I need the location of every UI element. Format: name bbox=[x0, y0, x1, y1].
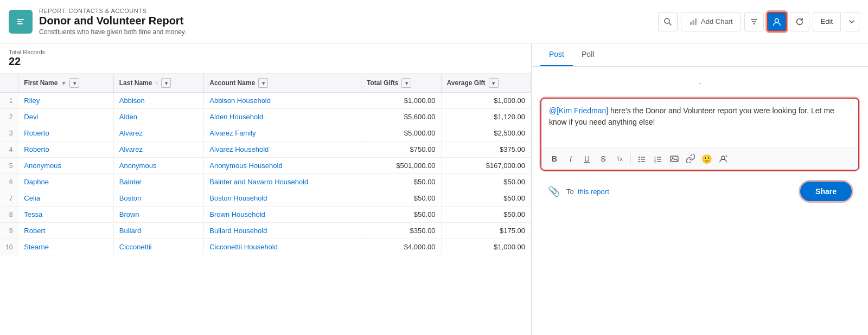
last-name-cell[interactable]: Cicconettii bbox=[113, 239, 203, 255]
svg-rect-2 bbox=[17, 21, 22, 22]
svg-point-15 bbox=[639, 159, 640, 160]
first-name-cell[interactable]: Robert bbox=[18, 223, 113, 239]
ordered-list-button[interactable]: 1.2.3. bbox=[650, 151, 666, 166]
account-name-cell[interactable]: Cicconettii Household bbox=[204, 239, 361, 255]
chatter-share-button[interactable] bbox=[767, 12, 787, 31]
last-name-sort-icon[interactable]: ↑ bbox=[155, 80, 158, 86]
account-name-cell[interactable]: Alvarez Family bbox=[204, 125, 361, 141]
total-gifts-filter-btn[interactable]: ▾ bbox=[401, 78, 411, 88]
underline-button[interactable]: U bbox=[579, 151, 595, 166]
account-name-cell[interactable]: Brown Household bbox=[204, 207, 361, 223]
total-gifts-cell: $50.00 bbox=[361, 190, 442, 207]
total-gifts-cell: $501,000.00 bbox=[361, 158, 442, 174]
main-content: Total Records 22 First Name ▼ ▾ bbox=[0, 43, 868, 335]
post-editor[interactable]: @[Kim Friedman] here's the Donor and Vol… bbox=[540, 98, 859, 171]
col-average-gift[interactable]: Average Gift ▾ bbox=[441, 74, 531, 93]
refresh-button[interactable] bbox=[790, 12, 809, 31]
row-num: 6 bbox=[0, 174, 18, 190]
italic-button[interactable]: I bbox=[563, 151, 578, 166]
add-chart-button[interactable]: Add Chart bbox=[681, 12, 741, 31]
total-gifts-cell: $5,000.00 bbox=[361, 125, 442, 141]
average-gift-cell: $1,000.00 bbox=[441, 93, 531, 109]
last-name-cell[interactable]: Boston bbox=[113, 190, 203, 207]
account-name-cell[interactable]: Boston Household bbox=[204, 190, 361, 207]
average-gift-cell: $2,500.00 bbox=[441, 125, 531, 141]
total-gifts-cell: $750.00 bbox=[361, 141, 442, 158]
post-editor-text[interactable]: @[Kim Friedman] here's the Donor and Vol… bbox=[541, 99, 858, 147]
col-account-name[interactable]: Account Name ▾ bbox=[204, 74, 361, 93]
first-name-sort-icon[interactable]: ▼ bbox=[61, 80, 66, 86]
image-button[interactable] bbox=[667, 151, 682, 166]
tab-post[interactable]: Post bbox=[540, 43, 573, 66]
account-name-cell[interactable]: Bullard Household bbox=[204, 223, 361, 239]
total-gifts-cell: $5,600.00 bbox=[361, 109, 442, 125]
edit-button[interactable]: Edit bbox=[813, 12, 841, 31]
col-total-gifts[interactable]: Total Gifts ▾ bbox=[361, 74, 442, 93]
row-num: 4 bbox=[0, 141, 18, 158]
last-name-cell[interactable]: Abbison bbox=[113, 93, 203, 109]
first-name-filter-btn[interactable]: ▾ bbox=[69, 78, 79, 88]
first-name-cell[interactable]: Tessa bbox=[18, 207, 113, 223]
svg-rect-7 bbox=[693, 20, 694, 25]
tab-poll[interactable]: Poll bbox=[573, 43, 603, 66]
account-name-cell[interactable]: Bainter and Navarro Household bbox=[204, 174, 361, 190]
first-name-cell[interactable]: Devi bbox=[18, 109, 113, 125]
search-button[interactable] bbox=[658, 12, 678, 31]
last-name-cell[interactable]: Anonymous bbox=[113, 158, 203, 174]
account-name-filter-btn[interactable]: ▾ bbox=[258, 78, 268, 88]
svg-rect-6 bbox=[690, 22, 692, 25]
mention-tag: @[Kim Friedman] bbox=[549, 106, 608, 115]
last-name-cell[interactable]: Bainter bbox=[113, 174, 203, 190]
strikethrough-button[interactable]: S bbox=[596, 151, 611, 166]
first-name-cell[interactable]: Stearne bbox=[18, 239, 113, 255]
header-title-block: REPORT: CONTACTS & ACCOUNTS Donor and Vo… bbox=[39, 8, 186, 36]
total-gifts-cell: $1,000.00 bbox=[361, 93, 442, 109]
header-description: Constituents who have given both time an… bbox=[39, 28, 186, 36]
last-name-cell[interactable]: Alvarez bbox=[113, 141, 203, 158]
last-name-cell[interactable]: Brown bbox=[113, 207, 203, 223]
average-gift-cell: $375.00 bbox=[441, 141, 531, 158]
unordered-list-button[interactable] bbox=[634, 151, 649, 166]
last-name-cell[interactable]: Alvarez bbox=[113, 125, 203, 141]
row-num: 5 bbox=[0, 158, 18, 174]
mention-button[interactable] bbox=[716, 151, 731, 166]
account-name-cell[interactable]: Alden Household bbox=[204, 109, 361, 125]
last-name-filter-btn[interactable]: ▾ bbox=[161, 78, 171, 88]
col-last-name[interactable]: Last Name ↑ ▾ bbox=[113, 74, 203, 93]
total-gifts-cell: $50.00 bbox=[361, 174, 442, 190]
col-first-name[interactable]: First Name ▼ ▾ bbox=[18, 74, 113, 93]
first-name-cell[interactable]: Roberto bbox=[18, 141, 113, 158]
filter-button[interactable] bbox=[744, 12, 764, 31]
svg-rect-25 bbox=[671, 156, 678, 162]
first-name-cell[interactable]: Daphne bbox=[18, 174, 113, 190]
header-title: Donor and Volunteer Report bbox=[39, 14, 186, 27]
emoji-button[interactable]: 🙂 bbox=[699, 151, 714, 166]
bold-button[interactable]: B bbox=[547, 151, 562, 166]
account-name-cell[interactable]: Alvarez Household bbox=[204, 141, 361, 158]
report-area: Total Records 22 First Name ▼ ▾ bbox=[0, 43, 532, 335]
total-records-value: 22 bbox=[9, 55, 522, 68]
right-panel: Post Poll · @[Kim Friedman] here's the D… bbox=[532, 43, 868, 335]
first-name-cell[interactable]: Roberto bbox=[18, 125, 113, 141]
svg-point-27 bbox=[722, 156, 725, 159]
table-row: 9 Robert Bullard Bullard Household $350.… bbox=[0, 223, 531, 239]
first-name-cell[interactable]: Anonymous bbox=[18, 158, 113, 174]
average-gift-filter-btn[interactable]: ▾ bbox=[489, 78, 499, 88]
link-button[interactable] bbox=[683, 151, 698, 166]
to-link[interactable]: this report bbox=[578, 188, 609, 196]
toolbar-sep-1 bbox=[630, 153, 631, 164]
account-name-cell[interactable]: Anonymous Household bbox=[204, 158, 361, 174]
average-gift-cell: $167,000.00 bbox=[441, 158, 531, 174]
attach-icon[interactable]: 📎 bbox=[548, 185, 560, 197]
svg-point-13 bbox=[639, 157, 640, 158]
last-name-cell[interactable]: Alden bbox=[113, 109, 203, 125]
first-name-cell[interactable]: Celia bbox=[18, 190, 113, 207]
edit-dropdown-button[interactable] bbox=[844, 12, 859, 31]
clear-format-button[interactable]: Tx bbox=[612, 151, 627, 166]
account-name-cell[interactable]: Abbison Household bbox=[204, 93, 361, 109]
first-name-cell[interactable]: Riley bbox=[18, 93, 113, 109]
share-button[interactable]: Share bbox=[800, 182, 852, 201]
last-name-cell[interactable]: Bullard bbox=[113, 223, 203, 239]
panel-body: · @[Kim Friedman] here's the Donor and V… bbox=[532, 67, 868, 335]
average-gift-cell: $50.00 bbox=[441, 207, 531, 223]
